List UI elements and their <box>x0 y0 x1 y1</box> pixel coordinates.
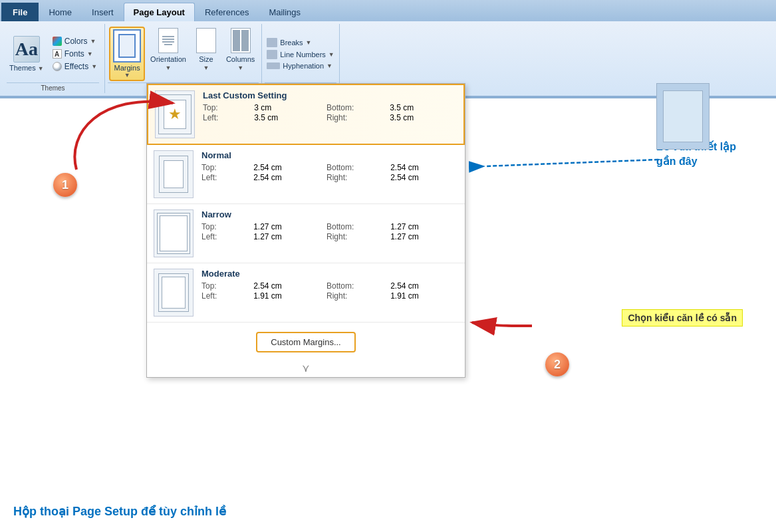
tab-bar: File Home Insert Page Layout References … <box>0 0 776 21</box>
tab-page-layout[interactable]: Page Layout <box>124 3 195 21</box>
moderate-info: Moderate Top: 2.54 cm Bottom: 2.54 cm Le… <box>201 269 458 301</box>
moderate-name: Moderate <box>201 269 458 279</box>
margins-icon <box>113 29 141 63</box>
last-custom-details: Top: 3 cm Bottom: 3.5 cm Left: 3.5 cm Ri… <box>203 103 457 122</box>
size-icon <box>194 27 218 54</box>
tab-insert[interactable]: Insert <box>82 3 124 21</box>
margins-button[interactable]: Margins ▼ <box>109 27 145 81</box>
effects-button[interactable]: Effects ▼ <box>51 61 99 72</box>
effects-icon <box>53 62 62 71</box>
last-custom-preview: ★ <box>155 90 195 138</box>
svg-line-3 <box>485 160 658 166</box>
themes-icon: Aa <box>13 36 40 63</box>
normal-info: Normal Top: 2.54 cm Bottom: 2.54 cm Left… <box>201 150 458 182</box>
page-setup-btns-row: Margins ▼ Orientation ▼ <box>108 25 259 82</box>
colors-icon <box>53 37 62 46</box>
columns-icon <box>229 27 253 54</box>
tab-home[interactable]: Home <box>39 3 82 21</box>
tab-mailings[interactable]: Mailings <box>259 3 311 21</box>
margins-icon-inner <box>118 34 136 58</box>
narrow-preview <box>154 209 194 257</box>
narrow-name: Narrow <box>201 209 458 219</box>
normal-name: Normal <box>201 150 458 160</box>
line-numbers-icon <box>267 50 277 59</box>
dropdown-item-last-custom[interactable]: ★ Last Custom Setting Top: 3 cm Bottom: … <box>147 84 465 145</box>
fonts-icon: A <box>53 49 62 59</box>
normal-details: Top: 2.54 cm Bottom: 2.54 cm Left: 2.54 … <box>201 163 458 182</box>
custom-margins-button[interactable]: Custom Margins... <box>256 332 355 352</box>
document-preview-inner <box>663 90 703 142</box>
hyphenation-button[interactable]: Hyphenation ▼ <box>265 61 336 70</box>
themes-group-label: Themes <box>41 84 65 92</box>
breaks-button[interactable]: Breaks ▼ <box>265 37 336 48</box>
fonts-button[interactable]: A Fonts ▼ <box>51 48 99 60</box>
orientation-button[interactable]: Orientation ▼ <box>146 25 190 82</box>
dropdown-item-normal[interactable]: Normal Top: 2.54 cm Bottom: 2.54 cm Left… <box>147 145 465 204</box>
hyphenation-icon <box>267 63 280 69</box>
arrange-row: Breaks ▼ Line Numbers ▼ Hyphenation ▼ <box>265 25 336 82</box>
last-custom-info: Last Custom Setting Top: 3 cm Bottom: 3.… <box>203 90 457 122</box>
dropdown-item-moderate[interactable]: Moderate Top: 2.54 cm Bottom: 2.54 cm Le… <box>147 263 465 323</box>
margins-dropdown: ★ Last Custom Setting Top: 3 cm Bottom: … <box>146 83 465 378</box>
themes-group: Aa Themes ▼ Colors ▼ A Fonts ▼ <box>3 24 105 93</box>
circle-2: 2 <box>545 352 569 376</box>
margins-label: Margins <box>114 64 140 72</box>
last-custom-name: Last Custom Setting <box>203 90 457 100</box>
annotation-label-2: Chọn kiểu căn lề có sẵn <box>622 309 743 327</box>
orientation-icon <box>156 27 180 54</box>
document-preview <box>656 83 710 150</box>
narrow-info: Narrow Top: 1.27 cm Bottom: 1.27 cm Left… <box>201 209 458 241</box>
breaks-icon <box>267 38 277 47</box>
size-button[interactable]: Size ▼ <box>190 25 222 82</box>
line-numbers-button[interactable]: Line Numbers ▼ <box>265 49 336 60</box>
colors-button[interactable]: Colors ▼ <box>51 35 99 47</box>
themes-subbuttons: Colors ▼ A Fonts ▼ Effects ▼ <box>51 35 99 72</box>
tab-references[interactable]: References <box>195 3 259 21</box>
star-icon: ★ <box>168 106 182 123</box>
bottom-text: Hộp thoại Page Setup để tùy chỉnh lề <box>13 504 226 519</box>
normal-preview <box>154 150 194 198</box>
dropdown-caret: ⋎ <box>147 362 465 377</box>
moderate-preview <box>154 269 194 317</box>
dropdown-item-narrow[interactable]: Narrow Top: 1.27 cm Bottom: 1.27 cm Left… <box>147 204 465 263</box>
circle-1: 1 <box>53 173 77 197</box>
custom-margins-container: Custom Margins... <box>147 323 465 362</box>
themes-button[interactable]: Aa Themes ▼ <box>7 33 47 74</box>
moderate-details: Top: 2.54 cm Bottom: 2.54 cm Left: 1.91 … <box>201 281 458 301</box>
narrow-details: Top: 1.27 cm Bottom: 1.27 cm Left: 1.27 … <box>201 222 458 241</box>
tab-file[interactable]: File <box>1 3 39 21</box>
columns-button[interactable]: Columns ▼ <box>222 25 259 82</box>
